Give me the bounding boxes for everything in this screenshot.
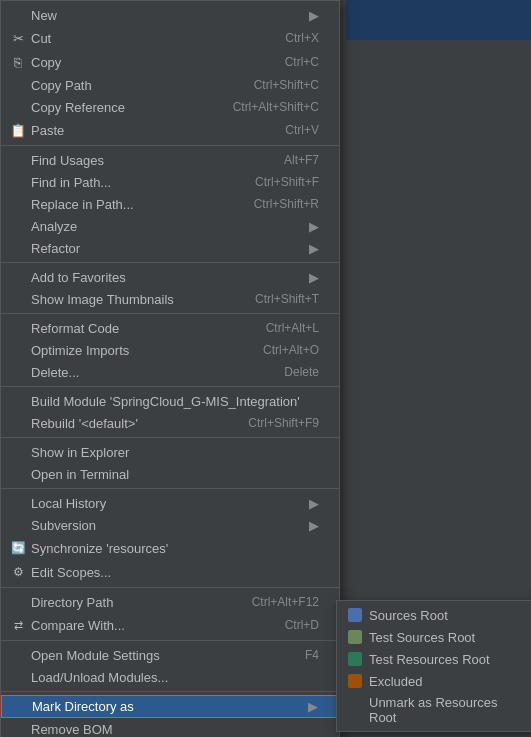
menu-item-add-favorites-label: Add to Favorites — [31, 270, 299, 285]
separator-6 — [1, 488, 339, 489]
menu-item-paste[interactable]: 📋 Paste Ctrl+V — [1, 118, 339, 142]
separator-8 — [1, 640, 339, 641]
menu-item-find-in-path[interactable]: Find in Path... Ctrl+Shift+F — [1, 171, 339, 193]
analyze-arrow: ▶ — [309, 219, 319, 234]
submenu-item-test-resources-root-label: Test Resources Root — [369, 652, 490, 667]
submenu-item-test-sources-root-label: Test Sources Root — [369, 630, 475, 645]
submenu-item-sources-root[interactable]: Sources Root — [337, 604, 531, 626]
separator-9 — [1, 691, 339, 692]
menu-item-new[interactable]: New ▶ — [1, 4, 339, 26]
separator-5 — [1, 437, 339, 438]
menu-item-copy-reference[interactable]: Copy Reference Ctrl+Alt+Shift+C — [1, 96, 339, 118]
svg-rect-1 — [348, 630, 362, 644]
menu-item-local-history[interactable]: Local History ▶ — [1, 492, 339, 514]
menu-item-find-in-path-label: Find in Path... — [31, 175, 225, 190]
menu-item-compare-with-label: Compare With... — [31, 618, 255, 633]
local-history-arrow: ▶ — [309, 496, 319, 511]
menu-item-reformat-shortcut: Ctrl+Alt+L — [266, 321, 319, 335]
unmark-icon — [347, 702, 363, 718]
subversion-arrow: ▶ — [309, 518, 319, 533]
menu-item-delete-shortcut: Delete — [284, 365, 319, 379]
menu-item-reformat[interactable]: Reformat Code Ctrl+Alt+L — [1, 317, 339, 339]
menu-item-find-in-path-shortcut: Ctrl+Shift+F — [255, 175, 319, 189]
menu-item-find-usages[interactable]: Find Usages Alt+F7 — [1, 149, 339, 171]
submenu-item-unmark[interactable]: Unmark as Resources Root — [337, 692, 531, 728]
submenu-item-excluded-label: Excluded — [369, 674, 422, 689]
menu-item-replace-in-path[interactable]: Replace in Path... Ctrl+Shift+R — [1, 193, 339, 215]
menu-item-show-explorer[interactable]: Show in Explorer — [1, 441, 339, 463]
test-sources-root-icon — [347, 629, 363, 645]
menu-item-directory-path[interactable]: Directory Path Ctrl+Alt+F12 — [1, 591, 339, 613]
menu-item-copy-path[interactable]: Copy Path Ctrl+Shift+C — [1, 74, 339, 96]
menu-item-reformat-label: Reformat Code — [31, 321, 236, 336]
menu-item-subversion-label: Subversion — [31, 518, 299, 533]
favorites-arrow: ▶ — [309, 270, 319, 285]
separator-2 — [1, 262, 339, 263]
menu-item-copy-reference-label: Copy Reference — [31, 100, 203, 115]
menu-item-new-label: New — [31, 8, 299, 23]
menu-item-open-module-settings-shortcut: F4 — [305, 648, 319, 662]
test-resources-root-icon — [347, 651, 363, 667]
menu-item-open-module-settings[interactable]: Open Module Settings F4 — [1, 644, 339, 666]
menu-item-show-thumbnails[interactable]: Show Image Thumbnails Ctrl+Shift+T — [1, 288, 339, 310]
menu-item-analyze[interactable]: Analyze ▶ — [1, 215, 339, 237]
menu-item-find-usages-shortcut: Alt+F7 — [284, 153, 319, 167]
menu-item-compare-with-shortcut: Ctrl+D — [285, 618, 319, 632]
dark-header-overlay — [346, 0, 531, 40]
menu-item-open-terminal[interactable]: Open in Terminal — [1, 463, 339, 485]
svg-rect-2 — [348, 652, 362, 666]
submenu-item-excluded[interactable]: Excluded — [337, 670, 531, 692]
menu-item-optimize-imports-shortcut: Ctrl+Alt+O — [263, 343, 319, 357]
menu-item-rebuild-label: Rebuild '<default>' — [31, 416, 218, 431]
menu-item-copy-reference-shortcut: Ctrl+Alt+Shift+C — [233, 100, 319, 114]
mark-directory-submenu: Sources Root Test Sources Root Test Reso… — [336, 600, 531, 732]
menu-item-replace-in-path-shortcut: Ctrl+Shift+R — [254, 197, 319, 211]
menu-item-remove-bom-label: Remove BOM — [31, 722, 319, 737]
separator-3 — [1, 313, 339, 314]
menu-item-build-module-label: Build Module 'SpringCloud_G-MIS_Integrat… — [31, 394, 319, 409]
menu-item-mark-directory[interactable]: Mark Directory as ▶ — [1, 695, 339, 718]
menu-item-directory-path-label: Directory Path — [31, 595, 222, 610]
refactor-arrow: ▶ — [309, 241, 319, 256]
menu-item-mark-directory-label: Mark Directory as — [32, 699, 298, 714]
menu-item-copy-path-shortcut: Ctrl+Shift+C — [254, 78, 319, 92]
menu-item-directory-path-shortcut: Ctrl+Alt+F12 — [252, 595, 319, 609]
menu-item-load-unload-modules-label: Load/Unload Modules... — [31, 670, 319, 685]
cut-icon: ✂ — [9, 29, 27, 47]
paste-icon: 📋 — [9, 121, 27, 139]
menu-item-load-unload-modules[interactable]: Load/Unload Modules... — [1, 666, 339, 688]
menu-item-delete[interactable]: Delete... Delete — [1, 361, 339, 383]
context-menu: New ▶ ✂ Cut Ctrl+X ⎘ Copy Ctrl+C Copy Pa… — [0, 0, 340, 737]
menu-item-remove-bom[interactable]: Remove BOM — [1, 718, 339, 737]
menu-item-build-module[interactable]: Build Module 'SpringCloud_G-MIS_Integrat… — [1, 390, 339, 412]
menu-item-subversion[interactable]: Subversion ▶ — [1, 514, 339, 536]
menu-item-optimize-imports-label: Optimize Imports — [31, 343, 233, 358]
menu-item-synchronize[interactable]: 🔄 Synchronize 'resources' — [1, 536, 339, 560]
menu-item-rebuild[interactable]: Rebuild '<default>' Ctrl+Shift+F9 — [1, 412, 339, 434]
submenu-arrow: ▶ — [309, 8, 319, 23]
menu-item-show-thumbnails-shortcut: Ctrl+Shift+T — [255, 292, 319, 306]
menu-item-compare-with[interactable]: ⇄ Compare With... Ctrl+D — [1, 613, 339, 637]
submenu-item-unmark-label: Unmark as Resources Root — [369, 695, 525, 725]
separator-1 — [1, 145, 339, 146]
menu-item-optimize-imports[interactable]: Optimize Imports Ctrl+Alt+O — [1, 339, 339, 361]
menu-item-paste-shortcut: Ctrl+V — [285, 123, 319, 137]
menu-item-rebuild-shortcut: Ctrl+Shift+F9 — [248, 416, 319, 430]
menu-item-show-thumbnails-label: Show Image Thumbnails — [31, 292, 225, 307]
menu-item-find-usages-label: Find Usages — [31, 153, 254, 168]
submenu-item-test-sources-root[interactable]: Test Sources Root — [337, 626, 531, 648]
submenu-item-test-resources-root[interactable]: Test Resources Root — [337, 648, 531, 670]
menu-item-replace-in-path-label: Replace in Path... — [31, 197, 224, 212]
menu-item-add-favorites[interactable]: Add to Favorites ▶ — [1, 266, 339, 288]
menu-item-delete-label: Delete... — [31, 365, 254, 380]
sources-root-icon — [347, 607, 363, 623]
menu-item-analyze-label: Analyze — [31, 219, 299, 234]
menu-item-edit-scopes[interactable]: ⚙ Edit Scopes... — [1, 560, 339, 584]
menu-item-paste-label: Paste — [31, 123, 255, 138]
menu-item-refactor[interactable]: Refactor ▶ — [1, 237, 339, 259]
menu-item-copy-label: Copy — [31, 55, 255, 70]
separator-7 — [1, 587, 339, 588]
menu-item-copy[interactable]: ⎘ Copy Ctrl+C — [1, 50, 339, 74]
menu-item-cut[interactable]: ✂ Cut Ctrl+X — [1, 26, 339, 50]
sync-icon: 🔄 — [9, 539, 27, 557]
